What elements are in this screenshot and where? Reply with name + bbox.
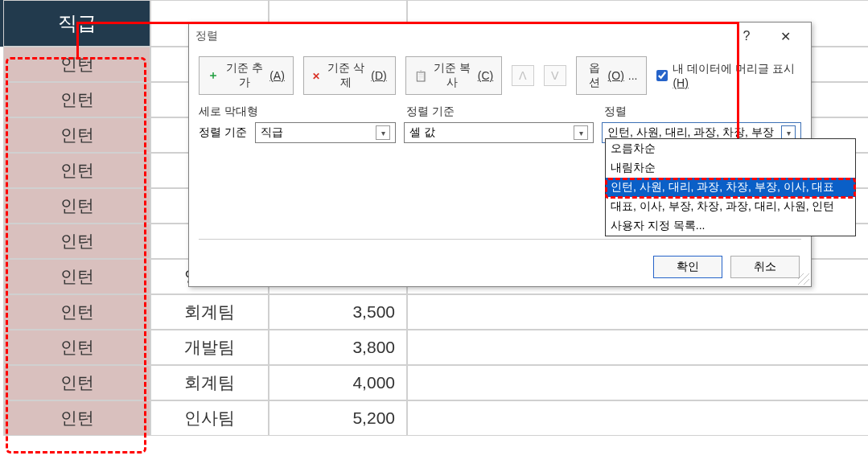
- table-row: 인턴회계팀3,500: [0, 294, 868, 330]
- plus-icon: [208, 68, 219, 83]
- options-button[interactable]: 옵션(O)...: [576, 56, 646, 95]
- cell-amount[interactable]: 3,500: [269, 294, 407, 330]
- cell-rank[interactable]: 인턴: [3, 188, 150, 224]
- table-row: 인턴회계팀4,000: [0, 365, 868, 400]
- delete-level-label: 기준 삭제: [324, 61, 367, 90]
- dialog-title: 정렬: [195, 29, 218, 43]
- close-icon: ✕: [780, 29, 791, 44]
- criteria-header-order: 정렬: [604, 105, 801, 119]
- cell-rank[interactable]: 인턴: [3, 224, 150, 259]
- cell-rank[interactable]: 인턴: [3, 153, 150, 188]
- chevron-down-icon: [376, 125, 390, 140]
- cell-rank[interactable]: 인턴: [3, 259, 150, 294]
- criteria-header-column: 세로 막대형: [199, 105, 398, 119]
- sort-order-dropdown-item[interactable]: 내림차순: [606, 158, 855, 178]
- cell-rank[interactable]: 인턴: [3, 330, 150, 365]
- sort-on-value: 셀 값: [409, 125, 435, 140]
- copy-level-label: 기준 복사: [431, 61, 474, 90]
- ok-button[interactable]: 확인: [653, 256, 722, 278]
- dialog-toolbar: 기준 추가(A) 기준 삭제(D) 기준 복사(C) ᐱ ᐯ 옵션(O)... …: [189, 50, 811, 101]
- header-row-checkbox-wrap[interactable]: 내 데이터에 머리글 표시(H): [656, 62, 802, 89]
- chevron-up-icon: ᐱ: [519, 69, 527, 82]
- cell-rank[interactable]: 인턴: [3, 82, 150, 117]
- header-row-checkbox[interactable]: [656, 69, 668, 82]
- header-row-checkbox-accel: (H): [673, 76, 688, 89]
- move-down-button[interactable]: ᐯ: [544, 65, 566, 86]
- cell-amount[interactable]: 3,800: [269, 330, 407, 365]
- cell-team[interactable]: 개발팀: [150, 330, 269, 365]
- delete-level-button[interactable]: 기준 삭제(D): [303, 56, 396, 95]
- cell-blank: [407, 365, 868, 400]
- cell-team[interactable]: 인사팀: [150, 400, 269, 436]
- copy-level-button[interactable]: 기준 복사(C): [405, 56, 502, 95]
- copy-icon: [414, 69, 427, 82]
- table-row: 인턴인사팀5,200: [0, 400, 868, 436]
- sort-column-select[interactable]: 직급: [255, 122, 396, 143]
- chevron-down-icon: ᐯ: [551, 69, 559, 82]
- cell-rank[interactable]: 인턴: [3, 117, 150, 153]
- sort-order-dropdown-item[interactable]: 인턴, 사원, 대리, 과장, 차장, 부장, 이사, 대표: [606, 178, 855, 197]
- cell-rank[interactable]: 인턴: [3, 294, 150, 330]
- options-accel: (O): [608, 69, 624, 82]
- options-ellipsis: ...: [628, 69, 638, 82]
- move-up-button[interactable]: ᐱ: [512, 65, 534, 86]
- help-button[interactable]: ?: [727, 25, 766, 47]
- sort-on-select[interactable]: 셀 값: [404, 122, 594, 143]
- sort-order-dropdown-item[interactable]: 오름차순: [606, 139, 855, 158]
- sort-order-dropdown[interactable]: 오름차순내림차순인턴, 사원, 대리, 과장, 차장, 부장, 이사, 대표대표…: [605, 138, 856, 236]
- table-row: 인턴개발팀3,800: [0, 330, 868, 365]
- annotation-arrow-line: [76, 22, 79, 57]
- options-label: 옵션: [585, 61, 603, 90]
- delete-level-accel: (D): [371, 69, 386, 82]
- add-level-label: 기준 추가: [223, 61, 265, 90]
- cell-rank[interactable]: 인턴: [3, 400, 150, 436]
- chevron-down-icon: [574, 125, 588, 140]
- x-icon: [312, 69, 320, 82]
- cell-amount[interactable]: 4,000: [269, 365, 407, 400]
- cell-blank: [407, 294, 868, 330]
- cell-blank: [407, 330, 868, 365]
- annotation-arrow-line: [76, 22, 739, 24]
- add-level-button[interactable]: 기준 추가(A): [199, 56, 294, 95]
- dialog-footer: 확인 취소: [189, 248, 811, 286]
- cancel-button[interactable]: 취소: [730, 256, 800, 278]
- header-row-checkbox-label: 내 데이터에 머리글 표시: [673, 62, 795, 75]
- resize-grip[interactable]: [798, 273, 809, 285]
- sort-column-value: 직급: [261, 125, 283, 140]
- sort-order-dropdown-item[interactable]: 사용자 지정 목록...: [606, 216, 855, 236]
- sort-order-dropdown-item[interactable]: 대표, 이사, 부장, 차장, 과장, 대리, 사원, 인턴: [606, 197, 855, 216]
- cell-team[interactable]: 회계팀: [150, 294, 269, 330]
- add-level-accel: (A): [269, 69, 285, 82]
- close-button[interactable]: ✕: [766, 25, 804, 47]
- copy-level-accel: (C): [478, 69, 493, 82]
- cell-rank[interactable]: 인턴: [3, 365, 150, 400]
- cell-team[interactable]: 회계팀: [150, 365, 269, 400]
- dialog-titlebar[interactable]: 정렬 ? ✕: [189, 23, 811, 50]
- criteria-header-sorton: 정렬 기준: [406, 105, 596, 119]
- criteria-row-label: 정렬 기준: [199, 125, 247, 140]
- cell-blank: [407, 400, 868, 436]
- cell-amount[interactable]: 5,200: [269, 400, 407, 436]
